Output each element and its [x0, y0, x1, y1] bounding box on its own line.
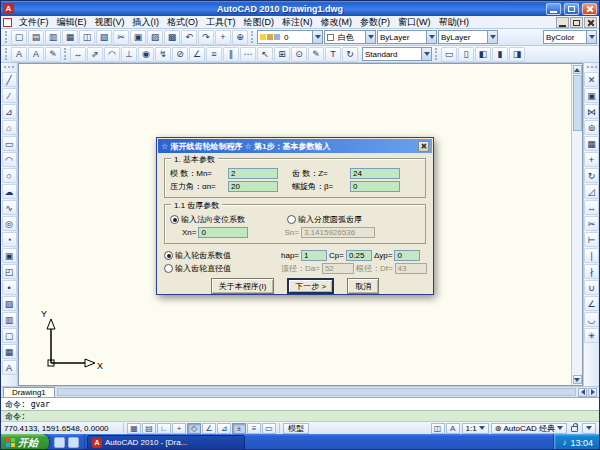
- toolbar-grip[interactable]: [64, 48, 67, 60]
- linetype-dropdown[interactable]: ByLayer: [377, 30, 437, 44]
- plot-style-dropdown[interactable]: ByColor: [543, 30, 597, 44]
- sheet-set-manager-icon[interactable]: ◨: [509, 47, 525, 62]
- mtext-icon[interactable]: A: [11, 47, 27, 62]
- scale-icon[interactable]: ◿: [584, 184, 599, 199]
- point-icon[interactable]: •: [2, 280, 17, 295]
- xn-input[interactable]: [198, 227, 248, 238]
- plot-icon[interactable]: ▦: [62, 30, 78, 45]
- menu-modify[interactable]: 修改(M): [317, 16, 357, 29]
- quick-launch-icon[interactable]: [54, 437, 65, 448]
- quick-view-icon[interactable]: ◫: [431, 423, 445, 434]
- publish-icon[interactable]: ▧: [96, 30, 112, 45]
- plot-preview-icon[interactable]: ◫: [79, 30, 95, 45]
- vertical-scrollbar[interactable]: [571, 64, 582, 385]
- model-space-button[interactable]: 模型: [283, 423, 309, 434]
- match-properties-icon[interactable]: ▩: [164, 30, 180, 45]
- title-bar[interactable]: A AutoCAD 2010 Drawing1.dwg: [1, 1, 599, 16]
- dropdown-arrow-icon[interactable]: [426, 31, 436, 43]
- close-button[interactable]: [582, 3, 597, 15]
- multiline-text-icon[interactable]: A: [2, 360, 17, 375]
- quickprops-toggle[interactable]: ▭: [262, 423, 276, 434]
- radius-dimension-icon[interactable]: ◉: [138, 47, 154, 62]
- properties-palette-icon[interactable]: ▯: [458, 47, 474, 62]
- pressure-angle-input[interactable]: [228, 181, 278, 192]
- qnew-icon[interactable]: ▢: [11, 30, 27, 45]
- undo-icon[interactable]: ↶: [181, 30, 197, 45]
- next-button[interactable]: 下一步 >: [287, 278, 334, 294]
- rectangle-icon[interactable]: ▭: [2, 136, 17, 151]
- stretch-icon[interactable]: ↔: [584, 200, 599, 215]
- menu-draw[interactable]: 绘图(D): [240, 16, 279, 29]
- scroll-left-icon[interactable]: [578, 388, 587, 397]
- dropdown-arrow-icon[interactable]: [312, 31, 322, 43]
- quick-launch-icon[interactable]: [68, 437, 79, 448]
- dimension-update-icon[interactable]: ↻: [342, 47, 358, 62]
- linear-dimension-icon[interactable]: ↔: [70, 47, 86, 62]
- open-icon[interactable]: ▤: [28, 30, 44, 45]
- insert-block-icon[interactable]: ▣: [2, 248, 17, 263]
- redo-icon[interactable]: ↷: [198, 30, 214, 45]
- ellipse-arc-icon[interactable]: ◔: [2, 232, 17, 247]
- osnap-toggle[interactable]: ◇: [187, 423, 201, 434]
- explode-icon[interactable]: ✳: [584, 328, 599, 343]
- pan-icon[interactable]: +: [215, 30, 231, 45]
- command-history[interactable]: 命令: gvar: [1, 397, 599, 410]
- toolbar-grip[interactable]: [435, 48, 438, 60]
- dyn-toggle[interactable]: ±: [232, 423, 246, 434]
- table-icon[interactable]: ▦: [2, 344, 17, 359]
- tab-drawing1[interactable]: Drawing1: [3, 387, 55, 397]
- color-dropdown[interactable]: 白色: [324, 30, 376, 44]
- revision-cloud-icon[interactable]: ☁: [2, 184, 17, 199]
- scroll-right-icon[interactable]: [588, 388, 597, 397]
- grid-toggle[interactable]: ▤: [142, 423, 156, 434]
- jogged-dimension-icon[interactable]: ↯: [155, 47, 171, 62]
- toolbar-grip[interactable]: [5, 48, 8, 60]
- restore-button[interactable]: [564, 3, 579, 15]
- radio-arc-thickness[interactable]: [287, 215, 296, 224]
- menu-window[interactable]: 窗口(W): [394, 16, 435, 29]
- minimize-button[interactable]: [546, 3, 561, 15]
- break-icon[interactable]: ∤: [584, 264, 599, 279]
- lock-icon[interactable]: [571, 426, 578, 432]
- dyp-input[interactable]: [394, 250, 420, 261]
- offset-icon[interactable]: ⊚: [584, 120, 599, 135]
- polyline-icon[interactable]: ⊿: [2, 104, 17, 119]
- status-menu-button[interactable]: [582, 423, 596, 434]
- cp-input[interactable]: [346, 250, 372, 261]
- line-icon[interactable]: ╱: [2, 72, 17, 87]
- dimension-text-edit-icon[interactable]: T: [325, 47, 341, 62]
- save-icon[interactable]: ▥: [45, 30, 61, 45]
- designcenter-icon[interactable]: ◧: [475, 47, 491, 62]
- teeth-input[interactable]: [350, 168, 400, 179]
- cancel-button[interactable]: 取消: [347, 278, 379, 294]
- join-icon[interactable]: ∪: [584, 280, 599, 295]
- scroll-up-icon[interactable]: [573, 65, 582, 74]
- chamfer-icon[interactable]: ∠: [584, 296, 599, 311]
- tolerance-icon[interactable]: ⊞: [274, 47, 290, 62]
- ordinate-dimension-icon[interactable]: ⊥: [121, 47, 137, 62]
- polar-toggle[interactable]: +: [172, 423, 186, 434]
- otrack-toggle[interactable]: ∠: [202, 423, 216, 434]
- edit-text-icon[interactable]: ✎: [45, 47, 61, 62]
- angular-dimension-icon[interactable]: ∠: [189, 47, 205, 62]
- toolbar-grip[interactable]: [587, 66, 597, 69]
- menu-format[interactable]: 格式(O): [163, 16, 202, 29]
- diameter-dimension-icon[interactable]: ⊘: [172, 47, 188, 62]
- cut-icon[interactable]: ✂: [113, 30, 129, 45]
- menu-file[interactable]: 文件(F): [15, 16, 53, 29]
- array-icon[interactable]: ▦: [584, 136, 599, 151]
- trim-icon[interactable]: ✂: [584, 216, 599, 231]
- paste-icon[interactable]: ▨: [147, 30, 163, 45]
- dialog-close-button[interactable]: [418, 141, 429, 152]
- erase-icon[interactable]: ✕: [584, 72, 599, 87]
- helix-angle-input[interactable]: [350, 181, 400, 192]
- radio-tooth-coefficients[interactable]: [164, 251, 173, 260]
- menu-view[interactable]: 视图(V): [91, 16, 129, 29]
- child-minimize-button[interactable]: [556, 17, 569, 28]
- start-button[interactable]: 开始: [1, 434, 49, 450]
- arc-length-dimension-icon[interactable]: ◠: [104, 47, 120, 62]
- menu-parametric[interactable]: 参数(P): [356, 16, 394, 29]
- fillet-icon[interactable]: ◡: [584, 312, 599, 327]
- copy-object-icon[interactable]: ▣: [584, 88, 599, 103]
- snap-toggle[interactable]: ▦: [127, 423, 141, 434]
